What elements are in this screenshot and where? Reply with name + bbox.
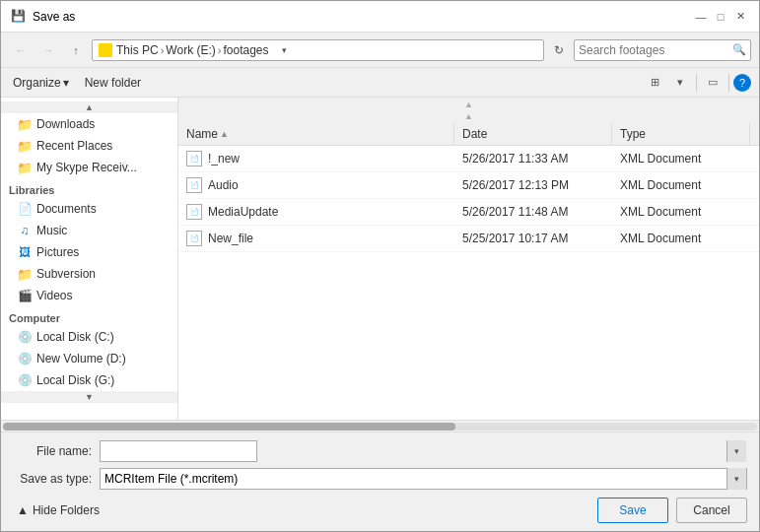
file-name-cell: 📄 New_file xyxy=(178,229,454,248)
search-icon[interactable]: 🔍 xyxy=(732,43,746,56)
sidebar-item-videos[interactable]: 🎬 Videos xyxy=(1,285,177,306)
sidebar-item-skype[interactable]: 📁 My Skype Receiv... xyxy=(1,157,177,178)
help-button[interactable]: ? xyxy=(733,74,751,92)
sidebar-item-label: Videos xyxy=(36,289,72,302)
view-divider-2 xyxy=(728,74,729,92)
file-list-header: Name ▲ Date Type xyxy=(178,123,759,146)
close-button[interactable]: ✕ xyxy=(731,8,749,26)
title-bar: 💾 Save as — □ ✕ xyxy=(1,1,759,33)
sidebar-item-label: Downloads xyxy=(36,117,95,131)
new-folder-button[interactable]: New folder xyxy=(81,74,145,92)
hide-folders-label: Hide Folders xyxy=(33,503,100,517)
sidebar-item-recent-places[interactable]: 📁 Recent Places xyxy=(1,135,177,157)
file-name-cell: 📄 MediaUpdate xyxy=(178,202,454,222)
organize-label: Organize xyxy=(13,76,61,90)
breadcrumb-this-pc[interactable]: This PC xyxy=(116,43,159,57)
sidebar-item-subversion[interactable]: 📁 Subversion xyxy=(1,263,177,285)
file-date-cell: 5/26/2017 11:33 AM xyxy=(454,150,612,167)
column-header-name[interactable]: Name ▲ xyxy=(178,123,454,145)
sidebar-item-label: Documents xyxy=(36,202,97,216)
dialog-icon: 💾 xyxy=(11,9,27,25)
sidebar-item-local-disk-g[interactable]: 💿 Local Disk (G:) xyxy=(1,369,177,391)
file-row[interactable]: 📄 MediaUpdate 5/26/2017 11:48 AM XML Doc… xyxy=(178,199,759,226)
column-header-date[interactable]: Date xyxy=(454,123,612,145)
scrollbar-track[interactable] xyxy=(3,423,757,431)
save-type-row: Save as type: MCRItem File (*.mcritem) ▾ xyxy=(13,468,747,490)
view-dropdown-button[interactable]: ▾ xyxy=(668,72,692,94)
file-name-cell: 📄 !_new xyxy=(178,149,454,168)
preview-pane-button[interactable]: ▭ xyxy=(701,72,725,94)
computer-header: Computer xyxy=(1,306,177,326)
pictures-icon: 🖼 xyxy=(17,244,33,260)
breadcrumb-bar[interactable]: This PC › Work (E:) › footages ▾ xyxy=(92,39,544,61)
view-icon-button[interactable]: ⊞ xyxy=(643,72,666,94)
horizontal-scrollbar[interactable] xyxy=(1,420,759,432)
sidebar-scroll-up[interactable]: ▲ xyxy=(1,101,177,113)
file-date-cell: 5/26/2017 12:13 PM xyxy=(454,176,612,194)
search-input[interactable] xyxy=(579,43,732,57)
sidebar-item-local-disk-c[interactable]: 💿 Local Disk (C:) xyxy=(1,326,177,348)
xml-file-icon: 📄 xyxy=(186,177,202,193)
file-type-cell: XML Document xyxy=(612,203,750,221)
xml-file-icon: 📄 xyxy=(186,151,202,166)
up-button[interactable]: ↑ xyxy=(64,39,88,61)
breadcrumb-dropdown-button[interactable]: ▾ xyxy=(277,39,293,61)
file-row[interactable]: 📄 Audio 5/26/2017 12:13 PM XML Document xyxy=(178,172,759,199)
file-type-cell: XML Document xyxy=(612,230,750,247)
sidebar-item-music[interactable]: ♫ Music xyxy=(1,220,177,241)
file-date-cell: 5/26/2017 11:48 AM xyxy=(454,203,612,221)
music-icon: ♫ xyxy=(17,223,33,238)
breadcrumb-folder-icon xyxy=(99,43,112,57)
scrollbar-thumb[interactable] xyxy=(3,423,455,431)
xml-file-icon: 📄 xyxy=(186,231,202,246)
sidebar-item-label: My Skype Receiv... xyxy=(36,161,137,174)
breadcrumb-path: This PC › Work (E:) › footages xyxy=(116,43,269,57)
file-name-input[interactable] xyxy=(100,440,257,462)
column-header-type[interactable]: Type xyxy=(612,123,750,145)
file-type-cell: XML Document xyxy=(612,176,750,194)
search-box: 🔍 xyxy=(574,39,751,61)
bottom-buttons: ▲ Hide Folders Save Cancel xyxy=(13,498,747,523)
file-name-cell: 📄 Audio xyxy=(178,175,454,195)
sidebar: ▲ 📁 Downloads 📁 Recent Places 📁 My Skype… xyxy=(1,98,178,420)
breadcrumb-sep-1: › xyxy=(161,44,165,56)
refresh-button[interactable]: ↻ xyxy=(548,39,570,61)
sidebar-item-label: Local Disk (C:) xyxy=(36,330,114,344)
sidebar-item-label: New Volume (D:) xyxy=(36,352,126,366)
save-button[interactable]: Save xyxy=(597,498,668,523)
hide-folders-arrow-icon: ▲ xyxy=(17,503,29,517)
organize-button[interactable]: Organize ▾ xyxy=(9,74,73,92)
navigation-toolbar: ← → ↑ This PC › Work (E:) › footages ▾ ↻… xyxy=(1,33,759,68)
drive-icon: 💿 xyxy=(17,329,33,345)
save-type-select-wrapper: MCRItem File (*.mcritem) ▾ xyxy=(100,468,747,490)
maximize-button[interactable]: □ xyxy=(712,8,729,26)
cancel-button[interactable]: Cancel xyxy=(676,498,747,523)
minimize-button[interactable]: — xyxy=(692,8,710,26)
breadcrumb-work-e[interactable]: Work (E:) xyxy=(166,43,215,57)
title-bar-controls: — □ ✕ xyxy=(692,8,749,26)
title-bar-left: 💾 Save as xyxy=(11,9,75,25)
folder-icon: 📁 xyxy=(17,116,33,132)
forward-button[interactable]: → xyxy=(36,39,60,61)
sidebar-item-pictures[interactable]: 🖼 Pictures xyxy=(1,241,177,263)
save-type-select[interactable]: MCRItem File (*.mcritem) xyxy=(100,468,747,490)
drive-icon: 💿 xyxy=(17,351,33,366)
xml-file-icon: 📄 xyxy=(186,204,202,220)
file-row[interactable]: 📄 !_new 5/26/2017 11:33 AM XML Document xyxy=(178,146,759,172)
file-date-cell: 5/25/2017 10:17 AM xyxy=(454,230,612,247)
breadcrumb-footages[interactable]: footages xyxy=(223,43,268,57)
file-name-dropdown-arrow[interactable]: ▾ xyxy=(726,440,746,462)
sidebar-item-label: Music xyxy=(36,224,67,237)
sidebar-item-documents[interactable]: 📄 Documents xyxy=(1,198,177,220)
hide-folders-button[interactable]: ▲ Hide Folders xyxy=(13,501,104,519)
sidebar-item-new-volume-d[interactable]: 💿 New Volume (D:) xyxy=(1,348,177,369)
file-name-label: File name: xyxy=(13,444,92,458)
folder-icon: 📁 xyxy=(17,138,33,154)
back-button[interactable]: ← xyxy=(9,39,33,61)
sidebar-scroll-down[interactable]: ▼ xyxy=(1,391,177,403)
organize-arrow-icon: ▾ xyxy=(63,76,69,90)
folder-icon: 📁 xyxy=(17,160,33,175)
file-row[interactable]: 📄 New_file 5/25/2017 10:17 AM XML Docume… xyxy=(178,226,759,252)
sidebar-item-downloads[interactable]: 📁 Downloads xyxy=(1,113,177,135)
main-content: ▲ 📁 Downloads 📁 Recent Places 📁 My Skype… xyxy=(1,98,759,420)
